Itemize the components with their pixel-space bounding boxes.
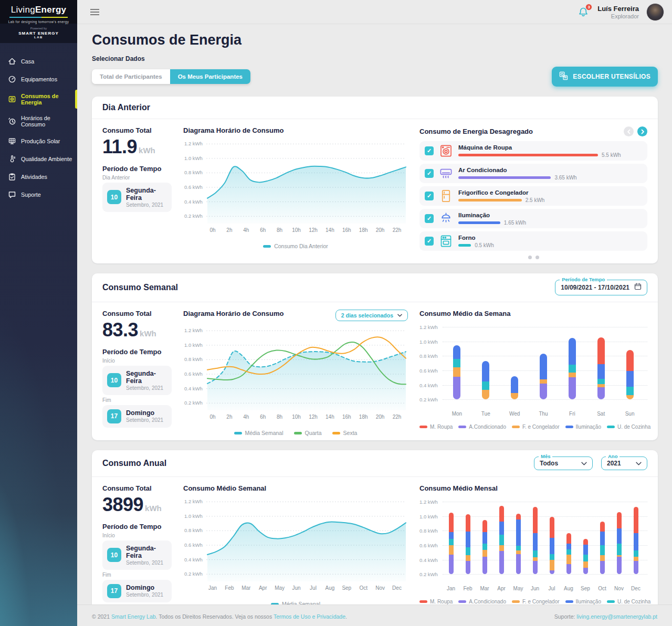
sidebar-item-producao-solar[interactable]: Produção Solar — [0, 133, 77, 149]
stacked-bar-fri — [569, 338, 576, 399]
carousel-prev-button[interactable] — [624, 126, 634, 136]
year-select[interactable]: Ano 2021 — [601, 457, 647, 470]
menu-icon[interactable] — [90, 7, 99, 17]
appliance-name: Ar Condicionado — [458, 167, 642, 173]
carousel-next-button[interactable] — [637, 126, 647, 136]
days-selected-label: 2 dias selecionados — [341, 312, 393, 319]
days-selected-dropdown[interactable]: 2 dias selecionados — [335, 310, 408, 321]
month-select[interactable]: Mês Todos — [534, 457, 593, 470]
notification-bell-icon[interactable]: 3 — [578, 6, 590, 18]
appliance-name: Iluminação — [458, 212, 642, 218]
weekly-end-chip[interactable]: 17 Domingo Setembro, 2021 — [102, 405, 172, 428]
bar-segment-u-de-cozinha — [453, 359, 460, 367]
annual-end-chip[interactable]: 17 Domingo Setembro, 2021 — [102, 580, 172, 602]
carousel-dot[interactable] — [528, 256, 532, 259]
bar-segment-a-condicionado — [569, 377, 576, 400]
appliance-checkbox[interactable]: ✓ — [425, 169, 434, 178]
bar-segment-m-roupa — [550, 517, 554, 538]
daily-date-chip[interactable]: 10 Segunda-Feira Setembro, 2021 — [102, 183, 172, 212]
sidebar-item-suporte[interactable]: Suporte — [0, 187, 77, 203]
sidebar-item-horarios-de-consumo[interactable]: Horários de Consumo — [0, 111, 77, 131]
sidebar-item-equipamentos[interactable]: Equipamentos — [0, 71, 77, 87]
daily-date-day: 10 — [107, 190, 121, 204]
legend-label: U. de Cozinha — [617, 424, 650, 430]
svg-text:Apr: Apr — [259, 585, 267, 591]
footer-support: Suporte: living.energy@smartenergylab.pt — [554, 613, 657, 620]
bar-segment-f-e-congelador — [540, 379, 547, 384]
weekly-start-month: Setembro, 2021 — [126, 385, 167, 391]
svg-text:12h: 12h — [309, 414, 318, 420]
weekly-start-chip[interactable]: 10 Segunda-Feira Setembro, 2021 — [102, 366, 172, 395]
powered-brand: SMART ENERGY — [0, 31, 77, 36]
y-axis-tick: 1.0 kWh — [419, 514, 438, 519]
bar-segment-u-de-cozinha — [482, 381, 489, 390]
sidebar-item-atividades[interactable]: Atividades — [0, 169, 77, 185]
bar-segment-a-condicionado — [597, 387, 605, 399]
bar-segment-f-e-congelador — [569, 373, 576, 377]
appliance-checkbox[interactable]: ✓ — [425, 192, 434, 200]
svg-text:Sep: Sep — [342, 585, 351, 591]
y-axis-tick: 1.2 kWh — [419, 324, 438, 330]
year-select-label: Ano — [606, 453, 620, 459]
appliance-checkbox[interactable]: ✓ — [425, 237, 434, 246]
appliance-name: Forno — [458, 235, 642, 241]
bar-segment-iluminacao — [511, 376, 518, 393]
weekly-end-day: 17 — [107, 409, 121, 423]
svg-text:1.2 kWh: 1.2 kWh — [184, 498, 203, 504]
appliance-list: ✓Máquina de Roupa5.5 kWh✓Ar Condicionado… — [419, 141, 647, 251]
svg-text:Jun: Jun — [292, 585, 300, 591]
appliance-checkbox[interactable]: ✓ — [425, 214, 434, 223]
weekly-period-label: Período de Tempo — [102, 348, 172, 356]
appliance-name: Máquina de Roupa — [458, 144, 642, 151]
y-axis-tick: 0.2 kWh — [419, 397, 438, 402]
legend-swatch — [565, 426, 573, 428]
bar-segment-iluminacao — [499, 522, 504, 535]
appliance-row-ar-condicionado[interactable]: ✓Ar Condicionado3.65 kWh — [419, 164, 647, 183]
disaggregated-title: Consumo de Energia Desagregado — [419, 128, 533, 135]
appliance-row-forno[interactable]: ✓Forno0.5 kWh — [419, 231, 647, 251]
legend-item-consumo-dia-anterior: Consumo Dia Anterior — [263, 243, 328, 249]
bar-segment-m-roupa — [626, 350, 634, 371]
x-axis-tick: Thu — [532, 411, 555, 417]
support-email-link[interactable]: living.energy@smartenergylab.pt — [576, 613, 657, 620]
y-axis-tick: 0.6 kWh — [419, 368, 438, 374]
sidebar-item-consumos-de-energia[interactable]: Consumos de Energia — [0, 89, 77, 109]
weekly-total-label: Consumo Total — [102, 310, 172, 317]
appliance-row-frigorifico-e-congelador[interactable]: ✓Frigorífico e Congelador2.5 kWh — [419, 186, 647, 206]
svg-text:1.0 kWh: 1.0 kWh — [184, 155, 203, 161]
legend-swatch — [607, 600, 615, 603]
svg-text:4h: 4h — [243, 414, 249, 420]
footer-brand-link[interactable]: Smart Energy Lab — [111, 613, 156, 620]
legend-swatch — [458, 600, 466, 603]
bar-segment-u-de-cozinha — [617, 544, 622, 556]
avatar[interactable] — [646, 3, 664, 21]
appliance-value: 3.65 kWh — [554, 175, 576, 181]
footer-terms-link[interactable]: Termos de Uso e Privacidade — [274, 613, 345, 620]
annual-start-chip[interactable]: 10 Segunda-Feira Setembro, 2021 — [102, 540, 172, 570]
carousel-dot[interactable] — [536, 256, 539, 259]
choose-utensils-button[interactable]: ESCOLHER UTENSÍLIOS — [552, 67, 658, 87]
appliance-checkbox[interactable]: ✓ — [425, 146, 434, 155]
toggle-my-participants[interactable]: Os Meus Participantes — [170, 69, 250, 84]
y-axis-tick: 0.4 kWh — [419, 383, 438, 388]
weekly-period-field[interactable]: Período de Tempo 10/09/2021 - 17/10/2021 — [555, 280, 647, 295]
weekly-end-weekday: Domingo — [126, 409, 163, 417]
svg-text:0.8 kWh: 0.8 kWh — [184, 169, 203, 175]
annual-end-label: Fim — [102, 572, 172, 578]
sidebar-item-casa[interactable]: Casa — [0, 54, 77, 69]
appliance-consumption-bar — [458, 199, 522, 201]
appliance-row-maquina-de-roupa[interactable]: ✓Máquina de Roupa5.5 kWh — [419, 141, 647, 161]
bar-segment-u-de-cozinha — [466, 547, 470, 555]
bar-segment-u-de-cozinha — [634, 550, 638, 557]
daily-hourly-chart: 1.2 kWh1.0 kWh0.8 kWh0.6 kWh0.4 kWh0.2 k… — [183, 135, 408, 242]
bar-segment-iluminacao — [550, 538, 554, 554]
appliance-row-iluminacao[interactable]: ✓Iluminação1.65 kWh — [419, 209, 647, 228]
bar-segment-f-e-congelador — [466, 555, 470, 561]
toggle-total-participants[interactable]: Total de Participantes — [92, 69, 170, 84]
daily-chart-title: Diagrama Horário de Consumo — [183, 126, 284, 134]
bar-segment-iluminacao — [533, 533, 538, 550]
topbar: 3 Luís Ferreira Explorador — [77, 0, 672, 24]
sidebar-item-qualidade-ambiente[interactable]: Qualidade Ambiente — [0, 151, 77, 167]
bar-segment-m-roupa — [466, 514, 470, 532]
footer: © 2021 Smart Energy Lab. Todos os Direit… — [77, 604, 672, 626]
